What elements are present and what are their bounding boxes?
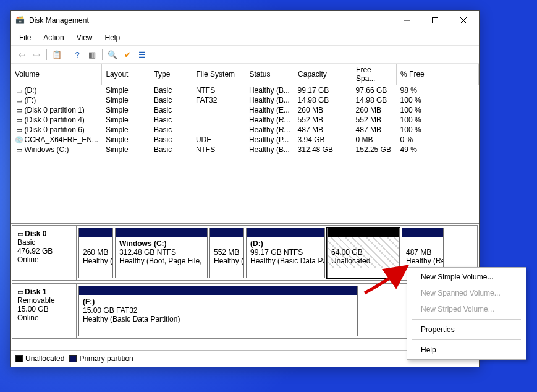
menu-help[interactable]: Help bbox=[99, 32, 127, 44]
volume-list[interactable]: VolumeLayoutTypeFile SystemStatusCapacit… bbox=[11, 64, 479, 221]
maximize-button[interactable] bbox=[421, 11, 449, 30]
partition-unallocated[interactable]: 64.00 GBUnallocated bbox=[327, 228, 400, 278]
menu-help[interactable]: Help bbox=[408, 342, 525, 358]
table-row[interactable]: ▭(F:)SimpleBasicFAT32Healthy (B...14.98 … bbox=[11, 95, 479, 105]
app-icon: 🗃️ bbox=[15, 15, 25, 25]
menu-properties[interactable]: Properties bbox=[408, 322, 525, 338]
column-header[interactable]: File System bbox=[192, 64, 245, 85]
table-row[interactable]: ▭(Disk 0 partition 6)SimpleBasicHealthy … bbox=[11, 125, 479, 135]
menu-new-simple-volume[interactable]: New Simple Volume... bbox=[408, 269, 525, 285]
column-header[interactable]: % Free bbox=[397, 64, 479, 85]
toolbar-icon-4[interactable]: ✔ bbox=[120, 48, 135, 61]
menu-view[interactable]: View bbox=[70, 32, 99, 44]
close-button[interactable] bbox=[449, 11, 478, 30]
column-header[interactable]: Type bbox=[150, 64, 192, 85]
column-header[interactable]: Capacity bbox=[294, 64, 352, 85]
partition[interactable]: (F:)15.00 GB FAT32Healthy (Basic Data Pa… bbox=[78, 286, 358, 336]
context-menu: New Simple Volume... New Spanned Volume.… bbox=[407, 267, 526, 360]
menu-new-spanned-volume: New Spanned Volume... bbox=[408, 285, 525, 301]
menu-file[interactable]: File bbox=[13, 32, 37, 44]
table-row[interactable]: ▭(Disk 0 partition 4)SimpleBasicHealthy … bbox=[11, 115, 479, 125]
help-icon[interactable]: ? bbox=[70, 48, 85, 61]
table-row[interactable]: ▭(Disk 0 partition 1)SimpleBasicHealthy … bbox=[11, 105, 479, 115]
partition[interactable]: Windows (C:)312.48 GB NTFSHealthy (Boot,… bbox=[115, 228, 208, 278]
legend-unallocated: Unallocated bbox=[25, 354, 64, 363]
column-header[interactable]: Layout bbox=[102, 64, 150, 85]
column-header[interactable]: Status bbox=[245, 64, 294, 85]
forward-button[interactable]: ⇨ bbox=[29, 48, 44, 61]
partition[interactable]: (D:)99.17 GB NTFSHealthy (Basic Data Pa bbox=[246, 228, 325, 278]
disk-info[interactable]: ▭Disk 0Basic476.92 GBOnline bbox=[12, 226, 77, 280]
toolbar-icon-5[interactable]: ☰ bbox=[135, 48, 150, 61]
svg-rect-1 bbox=[433, 18, 438, 23]
table-row[interactable]: ▭Windows (C:)SimpleBasicNTFSHealthy (B..… bbox=[11, 145, 479, 155]
menu-new-striped-volume: New Striped Volume... bbox=[408, 301, 525, 317]
disk-info[interactable]: ▭Disk 1Removable15.00 GBOnline bbox=[12, 284, 77, 338]
menubar: File Action View Help bbox=[11, 30, 479, 46]
toolbar: ⇦ ⇨ 📋 ? ▥ 🔍 ✔ ☰ bbox=[11, 46, 479, 64]
partition[interactable]: 260 MBHealthy ( bbox=[78, 228, 113, 278]
minimize-button[interactable] bbox=[392, 11, 421, 30]
titlebar[interactable]: 🗃️ Disk Management bbox=[11, 11, 479, 30]
column-header[interactable]: Volume bbox=[11, 64, 102, 85]
legend-primary: Primary partition bbox=[79, 354, 133, 363]
table-row[interactable]: ▭(D:)SimpleBasicNTFSHealthy (B...99.17 G… bbox=[11, 85, 479, 96]
table-row[interactable]: 💿CCRA_X64FRE_EN...SimpleBasicUDFHealthy … bbox=[11, 135, 479, 145]
toolbar-icon-1[interactable]: 📋 bbox=[49, 48, 64, 61]
column-header[interactable]: Free Spa... bbox=[352, 64, 397, 85]
partition[interactable]: 552 MBHealthy (Re bbox=[209, 228, 244, 278]
window-title: Disk Management bbox=[29, 16, 392, 25]
toolbar-icon-3[interactable]: 🔍 bbox=[105, 48, 120, 61]
menu-action[interactable]: Action bbox=[37, 32, 70, 44]
toolbar-icon-2[interactable]: ▥ bbox=[85, 48, 99, 61]
back-button[interactable]: ⇦ bbox=[14, 48, 29, 61]
